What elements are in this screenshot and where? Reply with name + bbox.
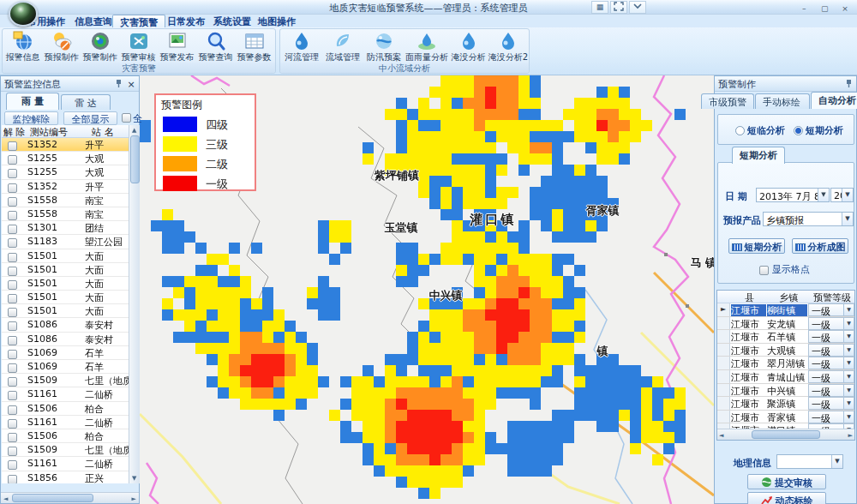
basin-manage-button[interactable]: 流域管理 — [322, 31, 363, 65]
app-orb-button[interactable] — [9, 1, 38, 27]
row-checkbox[interactable] — [8, 350, 17, 359]
vertical-scrollbar[interactable]: ▲ ▼ — [129, 125, 140, 483]
table-row[interactable]: S1352 升平 — [2, 180, 129, 194]
row-checkbox[interactable] — [8, 169, 17, 178]
table-row[interactable]: S1501 大面 — [2, 304, 129, 318]
menu-map-ops[interactable]: 地图操作 — [251, 15, 303, 27]
menu-daily-publish[interactable]: 日常发布 — [160, 15, 212, 27]
level-dropdown[interactable]: 一级▼ — [808, 303, 854, 316]
tab-radar[interactable]: 雷 达 — [61, 94, 111, 110]
show-grid-checkbox[interactable]: 显示格点 — [759, 263, 810, 276]
tab-manual-draw[interactable]: 手动标绘 — [755, 93, 810, 109]
row-checkbox[interactable] — [8, 253, 17, 262]
table-row[interactable]: S1506 柏合 — [2, 402, 129, 416]
row-checkbox[interactable] — [8, 280, 17, 290]
row-checkbox[interactable] — [8, 308, 17, 317]
table-row[interactable]: 江堰市 青城山镇 一级▼ — [717, 370, 854, 384]
table-row[interactable]: 江堰市 胥家镇 一级▼ — [717, 411, 854, 424]
row-checkbox[interactable] — [8, 447, 17, 456]
row-checkbox[interactable] — [8, 197, 17, 207]
short-imminent-radio[interactable]: 短临分析 — [735, 124, 794, 137]
table-row[interactable]: 江堰市 聚源镇 一级▼ — [717, 397, 854, 411]
town-table-hscrollbar[interactable]: ◄ ► — [717, 429, 854, 440]
minimize-button[interactable]: – — [795, 4, 812, 15]
table-row[interactable]: S1558 南宝 — [2, 207, 129, 221]
row-checkbox[interactable] — [8, 141, 17, 151]
row-checkbox[interactable] — [8, 294, 17, 303]
table-row[interactable]: S1509 七里（地质灾 — [2, 443, 129, 457]
table-row[interactable]: S1183 望江公园 — [2, 235, 129, 249]
areal-rain-button[interactable]: 面雨量分析 — [405, 31, 449, 65]
row-checkbox[interactable] — [8, 419, 17, 429]
flood-plan-button[interactable]: 防汛预案 — [363, 31, 405, 65]
close-button[interactable]: × — [836, 4, 854, 15]
geo-info-combobox[interactable]: ▼ — [776, 454, 843, 469]
table-row[interactable]: 江堰市 翠月湖镇 一级▼ — [717, 357, 854, 370]
row-checkbox[interactable] — [8, 460, 17, 470]
row-checkbox[interactable] — [8, 238, 17, 248]
table-row[interactable]: S1558 南宝 — [2, 194, 129, 207]
table-row[interactable]: S1086 泰安村 — [2, 318, 129, 332]
horizontal-scrollbar[interactable]: ◄ ► — [1, 492, 139, 503]
forecast-create-button[interactable]: 预报制作 — [42, 31, 81, 65]
grid-view-icon[interactable]: ▦ — [591, 1, 608, 14]
level-dropdown[interactable]: 一级▼ — [808, 411, 854, 423]
show-all-button[interactable]: 全部显示 — [63, 111, 117, 125]
row-checkbox[interactable] — [8, 433, 17, 442]
table-row[interactable]: S1301 团结 — [2, 221, 129, 235]
table-row[interactable]: S1352 升平 — [2, 138, 129, 152]
warning-params-button[interactable]: 预警参数 — [235, 31, 273, 65]
table-row[interactable]: S1161 二仙桥 — [2, 387, 129, 401]
row-checkbox[interactable] — [8, 405, 17, 415]
table-row[interactable]: S1255 大观 — [2, 165, 129, 179]
tab-auto-analysis[interactable]: 自动分析 — [811, 92, 857, 109]
table-row[interactable]: S1069 石羊 — [2, 360, 129, 374]
level-dropdown[interactable]: 一级▼ — [808, 397, 854, 410]
tab-rain[interactable]: 雨 量 — [6, 93, 59, 110]
table-row[interactable]: S1501 大面 — [2, 249, 129, 263]
row-checkbox[interactable] — [8, 321, 17, 331]
inundation2-button[interactable]: 淹没分析2 — [488, 31, 529, 65]
submit-review-button[interactable]: 提交审核 — [747, 474, 826, 489]
short-term-analyze-button[interactable]: 短期分析 — [728, 238, 785, 254]
table-row[interactable]: 江堰市 大观镇 一级▼ — [717, 344, 854, 357]
menu-disaster-warning[interactable]: 灾害预警 — [112, 15, 165, 27]
table-row[interactable]: 江堰市 中兴镇 一级▼ — [717, 384, 854, 398]
short-term-radio[interactable]: 短期分析 — [794, 124, 852, 137]
level-dropdown[interactable]: 一级▼ — [808, 330, 854, 343]
table-row[interactable]: 江堰市 安龙镇 一级▼ — [717, 317, 854, 331]
level-dropdown[interactable]: 一级▼ — [808, 384, 854, 397]
maximize-button[interactable]: ▢ — [816, 4, 833, 15]
row-checkbox[interactable] — [8, 475, 17, 484]
row-checkbox[interactable] — [8, 211, 17, 220]
table-row[interactable]: S1856 正兴 — [2, 471, 129, 484]
table-row[interactable]: S1501 大面 — [2, 291, 129, 304]
row-checkbox[interactable] — [8, 225, 17, 234]
table-row[interactable]: S1501 大面 — [2, 263, 129, 277]
table-row[interactable]: S1501 大面 — [2, 277, 129, 291]
pin-icon[interactable] — [113, 79, 123, 89]
row-checkbox[interactable] — [8, 391, 17, 400]
release-monitor-button[interactable]: 监控解除 — [4, 111, 58, 125]
expand-icon[interactable] — [610, 1, 627, 14]
level-dropdown[interactable]: 一级▼ — [808, 357, 854, 369]
table-row[interactable]: S1086 泰安村 — [2, 333, 129, 346]
level-dropdown[interactable]: 一级▼ — [808, 344, 854, 357]
menu-system-settings[interactable]: 系统设置 — [207, 15, 258, 27]
warning-publish-button[interactable]: 预警发布 — [158, 31, 196, 65]
warning-query-button[interactable]: 预警查询 — [196, 31, 235, 65]
table-row[interactable]: 江堰市 石羊镇 一级▼ — [717, 330, 854, 344]
table-row[interactable]: S1255 大观 — [2, 152, 129, 165]
date-combobox[interactable]: 2013年 7月 8日▼ — [756, 188, 830, 202]
select-all-checkbox[interactable] — [122, 113, 131, 123]
inundation-button[interactable]: 淹没分析 — [449, 31, 488, 65]
table-row[interactable]: S1161 二仙桥 — [2, 457, 129, 471]
warning-create-button[interactable]: 预警制作 — [81, 31, 119, 65]
hour-combobox[interactable]: 20▼ — [830, 188, 854, 202]
menu-info-query[interactable]: 信息查询 — [68, 15, 119, 27]
table-row[interactable]: S1506 柏合 — [2, 429, 129, 443]
tab-city-warning[interactable]: 市级预警 — [701, 93, 754, 109]
table-row[interactable]: S1069 石羊 — [2, 346, 129, 360]
row-checkbox[interactable] — [8, 336, 17, 345]
subtab-short-term[interactable]: 短期分析 — [732, 147, 785, 164]
